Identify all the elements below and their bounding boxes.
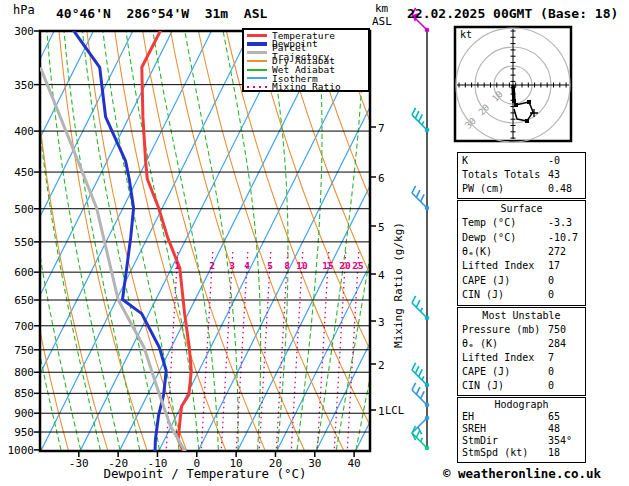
table-row-value: 65 [548, 411, 560, 422]
pressure-tick-label: 950 [0, 426, 34, 439]
hodograph-point-marker [527, 100, 531, 104]
pressure-tick-label: 700 [0, 320, 34, 333]
table-row-label: Pressure (mb) [462, 324, 540, 335]
table-row-label: θₑ (K) [462, 338, 498, 349]
table-row-value: 0 [548, 275, 554, 286]
legend-item: Mixing Ratio [247, 83, 368, 92]
km-tick-label: 5 [378, 221, 385, 234]
table-row-label: CIN (J) [462, 380, 504, 391]
pressure-tick-label: 550 [0, 236, 34, 249]
datetime-label: 22.02.2025 00GMT (Base: 18) [407, 7, 618, 20]
dry-adiabat-line [143, 31, 265, 450]
wet-adiabat-line [82, 31, 159, 450]
station-title: 40°46'N 286°54'W 31m ASL [56, 7, 267, 20]
pressure-tick-label: 350 [0, 79, 34, 92]
mixing-ratio-line [276, 252, 288, 451]
series-temperature [142, 29, 192, 453]
table-row-label: CAPE (J) [462, 366, 510, 377]
temp-tick-label: -30 [69, 457, 89, 470]
km-tick-label: 1 [378, 405, 385, 418]
table-row-label: PW (cm) [462, 183, 504, 194]
table-row: K-0 [458, 153, 585, 167]
table-section-header: Surface [458, 201, 585, 215]
table-row-label: EH [462, 411, 474, 422]
table-row-value: -10.7 [548, 232, 578, 243]
wet-adiabat-line [126, 31, 199, 450]
table-row-value: 354° [548, 435, 572, 446]
pressure-tick-label: 850 [0, 387, 34, 400]
table-row-value: 18 [548, 447, 560, 458]
pressure-tick-label: 1000 [0, 444, 34, 457]
pressure-tick-label: 800 [0, 366, 34, 379]
table-row-label: θₑ(K) [462, 246, 492, 257]
temp-tick-label: 30 [308, 457, 321, 470]
table-row-value: -0 [548, 155, 560, 166]
table-row-value: 0 [548, 366, 554, 377]
mixing-ratio-value-label: 8 [284, 260, 290, 271]
altitude-unit-km: km [375, 3, 388, 14]
table-row-value: 272 [548, 246, 566, 257]
pressure-tick-label: 750 [0, 344, 34, 357]
table-row-value: 17 [548, 260, 560, 271]
mixing-ratio-value-label: 10 [296, 260, 307, 271]
wet-adiabat-line [47, 31, 120, 450]
legend-line-swatch [247, 77, 267, 79]
stats-table-most-unstable: Most UnstablePressure (mb)750θₑ (K)284Li… [457, 307, 586, 396]
temp-tick-label: -10 [148, 457, 168, 470]
isotherm-line [41, 31, 251, 451]
dry-adiabat-line [31, 31, 108, 450]
table-row: Totals Totals43 [458, 167, 585, 181]
stats-table-surface: SurfaceTemp (°C)-3.3Dewp (°C)-10.7θₑ(K)2… [457, 200, 586, 306]
table-row-value: 0 [548, 289, 554, 300]
table-row-label: K [462, 155, 468, 166]
isotherm-line [198, 31, 408, 451]
legend-line-swatch [247, 42, 267, 46]
temp-tick-label: 40 [347, 457, 360, 470]
hodograph-panel: 102030 [455, 27, 571, 142]
km-tick-label: 3 [378, 316, 385, 329]
mixing-ratio-line [291, 252, 303, 451]
mixing-ratio-axis-label: Mixing Ratio (g/kg) [393, 222, 404, 348]
mixing-ratio-value-label: 3 [229, 260, 235, 271]
hodograph-point-marker [514, 103, 518, 107]
table-row-label: Dewp (°C) [462, 232, 516, 243]
skewt-sounding-page: 102030 hPa 40°46'N 286°54'W 31m ASL km A… [0, 0, 629, 486]
mixing-ratio-value-label: 2 [209, 260, 215, 271]
pressure-tick-label: 900 [0, 407, 34, 420]
legend-line-swatch [247, 60, 267, 62]
wet-adiabat-line [317, 31, 365, 450]
isotherm-line [237, 31, 447, 451]
km-tick-label: 6 [378, 172, 385, 185]
table-row-label: Totals Totals [462, 169, 540, 180]
temp-tick-label: 20 [269, 457, 282, 470]
km-tick-label: 7 [378, 122, 385, 135]
mixing-ratio-line [347, 252, 359, 451]
legend-item-label: Mixing Ratio [272, 82, 341, 92]
table-row: θₑ(K)272 [458, 244, 585, 258]
table-row: PW (cm)0.48 [458, 181, 585, 195]
table-row: StmDir354° [458, 435, 585, 447]
mixing-ratio-value-label: 5 [267, 260, 273, 271]
table-row-value: 48 [548, 423, 560, 434]
lcl-marker-label: LCL [385, 405, 404, 416]
table-row: Lifted Index7 [458, 350, 585, 364]
pressure-tick-label: 600 [0, 266, 34, 279]
km-tick-label: 2 [378, 359, 385, 372]
table-row: StmSpd (kt)18 [458, 447, 585, 459]
table-row-value: 43 [548, 169, 560, 180]
stats-table-hodograph: HodographEH65SREH48StmDir354°StmSpd (kt)… [457, 397, 586, 463]
mixing-ratio-line [221, 252, 233, 451]
table-row-value: 284 [548, 338, 566, 349]
legend-line-swatch [247, 69, 267, 71]
km-tick-label: 4 [378, 269, 385, 282]
table-row: Lifted Index17 [458, 259, 585, 273]
pressure-tick-label: 650 [0, 294, 34, 307]
table-row-value: 7 [548, 352, 554, 363]
table-row-value: 750 [548, 324, 566, 335]
temp-tick-label: 10 [230, 457, 243, 470]
table-row: Pressure (mb)750 [458, 322, 585, 336]
pressure-tick-label: 500 [0, 203, 34, 216]
mixing-ratio-value-label: 20 [339, 260, 350, 271]
table-row: Dewp (°C)-10.7 [458, 230, 585, 244]
table-row: CAPE (J)0 [458, 273, 585, 287]
